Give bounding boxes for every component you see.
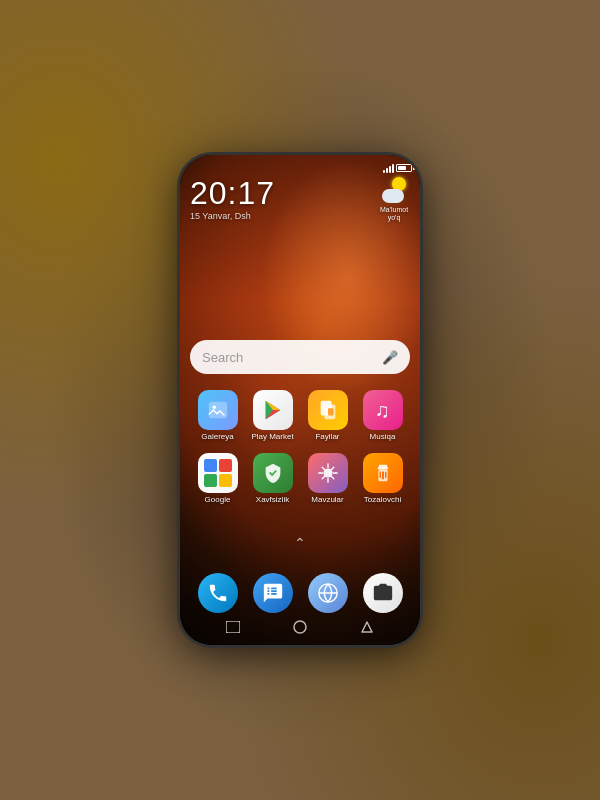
search-placeholder-text: Search xyxy=(202,350,374,365)
nav-recents-button[interactable] xyxy=(355,619,379,635)
galereya-icon xyxy=(198,390,238,430)
svg-rect-4 xyxy=(328,408,334,415)
search-bar[interactable]: Search 🎤 xyxy=(190,340,410,374)
dock-browser[interactable] xyxy=(308,573,348,613)
arrow-up-icon: ⌃ xyxy=(294,535,306,551)
fayllar-label: Fayllar xyxy=(315,433,339,441)
mavzular-icon xyxy=(308,453,348,493)
weather-icon-container xyxy=(380,177,408,205)
time-display: 20:17 xyxy=(190,177,275,209)
weather-widget: Ma'lumot yo'q xyxy=(374,177,414,221)
app-xavfsizlik[interactable]: Xavfsizlik xyxy=(248,453,298,504)
svg-rect-0 xyxy=(208,402,226,419)
app-fayllar[interactable]: Fayllar xyxy=(303,390,353,441)
fayllar-icon xyxy=(308,390,348,430)
signal-icon xyxy=(383,163,394,173)
musiqa-icon: ♫ xyxy=(363,390,403,430)
app-google[interactable]: Google xyxy=(193,453,243,504)
status-bar xyxy=(180,155,420,177)
app-grid: Galereya Play Market xyxy=(180,390,420,516)
google-grid-icon xyxy=(198,453,238,493)
dock-phone[interactable] xyxy=(198,573,238,613)
weather-text: Ma'lumot yo'q xyxy=(374,206,414,221)
battery-icon xyxy=(396,164,412,172)
time-block: 20:17 15 Yanvar, Dsh xyxy=(190,177,275,221)
app-musiqa[interactable]: ♫ Musiqa xyxy=(358,390,408,441)
xavfsizlik-icon xyxy=(253,453,293,493)
svg-rect-12 xyxy=(226,621,240,633)
galereya-label: Galereya xyxy=(201,433,233,441)
tozalovchi-label: Tozalovchi xyxy=(364,496,401,504)
app-row-2: Google Xavfsizlik xyxy=(190,453,410,504)
svg-point-1 xyxy=(212,405,216,409)
app-mavzular[interactable]: Mavzular xyxy=(303,453,353,504)
battery-fill xyxy=(398,166,406,170)
nav-home-button[interactable] xyxy=(288,619,312,635)
svg-point-13 xyxy=(294,621,306,633)
playmarket-label: Play Market xyxy=(251,433,293,441)
date-display: 15 Yanvar, Dsh xyxy=(190,211,275,221)
status-right xyxy=(383,163,412,173)
svg-marker-14 xyxy=(362,622,372,632)
microphone-icon[interactable]: 🎤 xyxy=(382,349,398,365)
xavfsizlik-label: Xavfsizlik xyxy=(256,496,289,504)
dock xyxy=(190,573,410,613)
phone-screen: 20:17 15 Yanvar, Dsh Ma'lumot yo'q Searc… xyxy=(180,155,420,645)
app-tozalovchi[interactable]: Tozalovchi xyxy=(358,453,408,504)
phone-device: 20:17 15 Yanvar, Dsh Ma'lumot yo'q Searc… xyxy=(180,155,420,645)
app-playmarket[interactable]: Play Market xyxy=(248,390,298,441)
mavzular-label: Mavzular xyxy=(311,496,343,504)
music-note-symbol: ♫ xyxy=(375,399,390,422)
dock-camera[interactable] xyxy=(363,573,403,613)
tozalovchi-icon xyxy=(363,453,403,493)
dock-messages[interactable] xyxy=(253,573,293,613)
app-row-1: Galereya Play Market xyxy=(190,390,410,441)
cloud-icon xyxy=(382,189,404,203)
app-galereya[interactable]: Galereya xyxy=(193,390,243,441)
playmarket-icon xyxy=(253,390,293,430)
google-icon xyxy=(198,453,238,493)
nav-bar xyxy=(180,615,420,639)
google-label: Google xyxy=(205,496,231,504)
musiqa-label: Musiqa xyxy=(370,433,396,441)
swipe-up-arrow[interactable]: ⌃ xyxy=(180,535,420,551)
nav-back-button[interactable] xyxy=(221,619,245,635)
